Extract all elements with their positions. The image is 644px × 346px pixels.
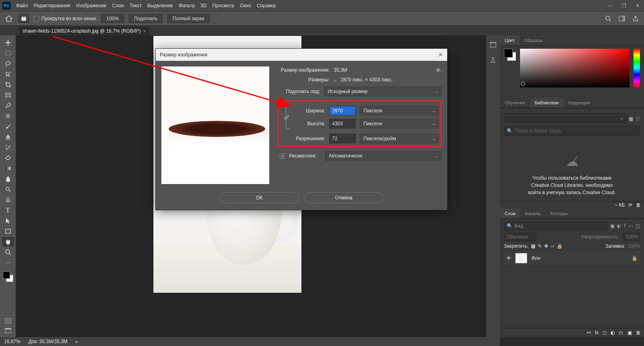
hue-slider[interactable]	[634, 49, 640, 87]
tab-swatches[interactable]: Образцы	[520, 35, 548, 45]
cancel-button[interactable]: Отмена	[304, 192, 383, 203]
gear-icon[interactable]: ⚙.	[436, 67, 442, 73]
resolution-input[interactable]: 72	[329, 134, 356, 143]
height-unit-select[interactable]: Пиксели⌵	[360, 119, 439, 128]
marquee-tool-icon[interactable]	[2, 48, 14, 58]
tab-libraries[interactable]: Библиотеки	[530, 98, 564, 108]
window-maximize-icon[interactable]: ❐	[620, 2, 628, 9]
ok-button[interactable]: ОК	[220, 192, 299, 203]
menu-image[interactable]: Изображение	[76, 3, 107, 8]
tab-learn[interactable]: Обучение	[500, 98, 530, 108]
search-icon[interactable]	[604, 14, 613, 23]
workspace-icon[interactable]	[617, 14, 626, 23]
quick-select-tool-icon[interactable]	[2, 69, 14, 79]
lock-move-icon[interactable]: ✥	[544, 243, 548, 249]
color-swatches[interactable]	[2, 271, 14, 283]
menu-window[interactable]: Окно	[240, 3, 251, 8]
window-minimize-icon[interactable]: —	[606, 2, 614, 9]
history-brush-tool-icon[interactable]	[2, 143, 14, 152]
menu-filter[interactable]: Фильтр	[179, 3, 195, 8]
brush-tool-icon[interactable]	[2, 122, 14, 131]
scroll-all-windows-checkbox[interactable]: ✓ Прокрутка во всех окнах	[34, 16, 96, 21]
quickmask-icon[interactable]	[2, 317, 14, 325]
menu-3d[interactable]: 3D	[200, 3, 206, 8]
fit-button[interactable]: Подогнать	[129, 14, 163, 23]
width-input[interactable]: 2870	[329, 106, 356, 116]
gradient-tool-icon[interactable]	[2, 164, 14, 173]
filter-adjust-icon[interactable]: ◐	[617, 223, 621, 229]
tab-adjustments[interactable]: Коррекция	[564, 98, 595, 108]
dimensions-dropdown-icon[interactable]: ⌵	[334, 77, 336, 83]
stamp-tool-icon[interactable]	[2, 132, 14, 142]
tab-color[interactable]: Цвет	[500, 35, 520, 45]
menu-type[interactable]: Текст	[130, 3, 142, 8]
status-zoom[interactable]: 16,67%	[4, 339, 21, 344]
eraser-tool-icon[interactable]	[2, 153, 14, 163]
properties-panel-icon[interactable]	[489, 56, 497, 64]
new-layer-icon[interactable]: ▣	[627, 330, 632, 336]
window-close-icon[interactable]: ✕	[634, 2, 642, 9]
fit-to-select[interactable]: Исходный размер⌵	[324, 87, 442, 96]
blur-tool-icon[interactable]	[2, 174, 14, 184]
visibility-icon[interactable]: 👁	[506, 255, 511, 261]
eyedropper-tool-icon[interactable]	[2, 101, 14, 110]
menu-file[interactable]: Файл	[16, 3, 28, 8]
fullscreen-button[interactable]: Полный экран	[167, 14, 210, 23]
type-tool-icon[interactable]: T	[2, 205, 14, 215]
fg-bg-swatch[interactable]	[504, 49, 516, 61]
zoom-tool-icon[interactable]	[2, 247, 14, 257]
pen-tool-icon[interactable]	[2, 195, 14, 205]
current-tool-thumb[interactable]	[19, 14, 29, 23]
layer-row-background[interactable]: 👁 Фон 🔒	[504, 251, 640, 265]
lasso-tool-icon[interactable]	[2, 59, 14, 68]
link-wh-icon[interactable]: 🔗	[283, 104, 291, 131]
resample-select[interactable]: Автоматически⌵	[325, 151, 442, 161]
menu-help[interactable]: Справка	[257, 3, 276, 8]
blend-mode-select[interactable]: Обычные	[504, 233, 536, 241]
trash-icon[interactable]: 🗑	[636, 202, 641, 208]
color-field[interactable]	[520, 49, 630, 87]
mask-icon[interactable]: ◻	[603, 330, 607, 336]
edit-toolbar-icon[interactable]: ⋯	[2, 258, 14, 267]
screenmode-icon[interactable]	[2, 327, 14, 335]
move-tool-icon[interactable]	[2, 38, 14, 48]
zoom-100-button[interactable]: 100%	[101, 14, 124, 23]
menu-view[interactable]: Просмотр	[212, 3, 234, 8]
healing-tool-icon[interactable]	[2, 111, 14, 121]
dialog-titlebar[interactable]: Размер изображения ✕	[156, 49, 447, 61]
library-search[interactable]: 🔍 Поиск в Adobe Stock	[504, 126, 640, 136]
lock-all-icon[interactable]: 🔒	[557, 243, 563, 249]
library-select[interactable]: ⌵	[504, 113, 626, 123]
dialog-close-icon[interactable]: ✕	[438, 52, 443, 58]
sync-icon[interactable]: ⟳	[628, 202, 632, 208]
adjustment-icon[interactable]: ◐	[611, 330, 615, 336]
tab-layers[interactable]: Слои	[500, 209, 520, 218]
group-icon[interactable]: 🗀	[619, 330, 623, 336]
layer-filter-input[interactable]: 🔍Вид	[504, 222, 608, 230]
link-layers-icon[interactable]: ⚯	[587, 330, 591, 336]
document-tab[interactable]: shawn-fields-1198524-unsplash.jpg @ 16,7…	[19, 27, 150, 35]
shape-tool-icon[interactable]	[2, 226, 14, 236]
share-icon[interactable]	[631, 14, 640, 23]
menu-edit[interactable]: Редактирование	[34, 3, 70, 8]
list-view-icon[interactable]: ☰	[636, 116, 640, 122]
filter-smart-icon[interactable]: ◫	[636, 223, 640, 229]
crop-tool-icon[interactable]	[2, 80, 14, 89]
hand-tool-icon[interactable]	[2, 237, 14, 247]
history-panel-icon[interactable]	[489, 41, 497, 48]
filter-type-icon[interactable]: T	[623, 223, 626, 229]
filter-image-icon[interactable]: ▣	[610, 223, 615, 229]
lock-pixels-icon[interactable]: ▩	[531, 243, 535, 249]
tab-channels[interactable]: Каналы	[520, 209, 546, 218]
filter-shape-icon[interactable]: ▭	[629, 223, 633, 229]
menu-layers[interactable]: Слои	[112, 3, 124, 8]
lock-brush-icon[interactable]: ✎	[538, 243, 542, 249]
width-unit-select[interactable]: Пиксели⌵	[360, 106, 439, 116]
fx-icon[interactable]: fx	[595, 330, 599, 336]
height-input[interactable]: 4303	[329, 119, 356, 128]
fill-input[interactable]: 100%	[627, 243, 640, 249]
path-select-tool-icon[interactable]	[2, 216, 14, 226]
frame-tool-icon[interactable]	[2, 90, 14, 100]
delete-layer-icon[interactable]: 🗑	[636, 330, 641, 336]
dodge-tool-icon[interactable]	[2, 184, 14, 194]
